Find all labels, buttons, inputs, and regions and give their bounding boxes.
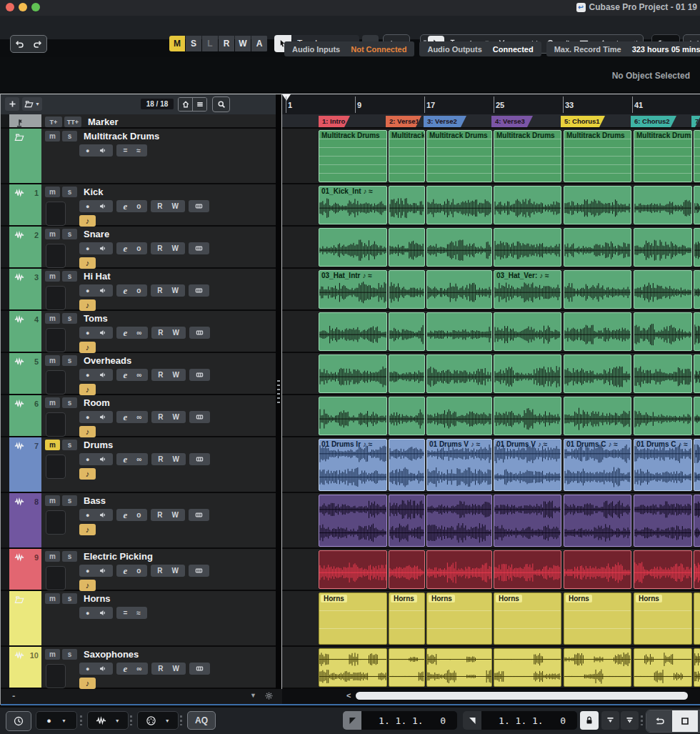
edit-channel-button[interactable]: e xyxy=(123,454,127,465)
track-drag-edge[interactable] xyxy=(1,184,9,225)
redo-icon[interactable] xyxy=(33,39,42,49)
punch-out-button[interactable] xyxy=(621,711,639,730)
audio-event[interactable] xyxy=(634,354,692,393)
audio-event[interactable] xyxy=(564,270,631,309)
record-enable-button[interactable]: ● xyxy=(86,329,89,337)
lanes-button[interactable] xyxy=(195,244,203,252)
edit-channel-button[interactable]: e xyxy=(123,285,127,297)
audio-event[interactable] xyxy=(694,228,700,267)
monitor-button[interactable] xyxy=(99,329,106,337)
track-drag-edge[interactable] xyxy=(1,395,9,436)
cycle-marker-1[interactable]: 1: Intro xyxy=(319,116,350,127)
audio-event[interactable] xyxy=(319,354,387,393)
timebase-button[interactable]: ♪ xyxy=(79,426,96,437)
monitor-button[interactable] xyxy=(99,665,106,673)
track-drag-edge[interactable] xyxy=(1,591,9,645)
left-locator-button[interactable] xyxy=(343,711,361,730)
track-color-strip[interactable]: 2 xyxy=(9,227,41,267)
record-enable-button[interactable]: ● xyxy=(86,512,89,519)
audio-event[interactable]: Multitrack Drums xyxy=(389,130,425,182)
mute-button[interactable]: m xyxy=(45,313,60,324)
mute-button[interactable]: m xyxy=(45,271,60,282)
audio-event[interactable] xyxy=(564,186,631,224)
left-locator-display[interactable]: 1. 1. 1. 0 xyxy=(361,711,457,730)
record-enable-button[interactable]: ● xyxy=(86,372,89,379)
insert-state-button[interactable]: ∞ xyxy=(136,371,141,379)
mute-button[interactable]: m xyxy=(45,649,60,660)
track-drag-edge[interactable] xyxy=(1,437,9,492)
mute-button[interactable]: m xyxy=(45,440,60,450)
audio-record-dropdown[interactable]: ▼ xyxy=(87,711,129,730)
audio-event[interactable] xyxy=(564,354,631,393)
record-enable-button[interactable]: ● xyxy=(86,610,89,617)
track-color-strip[interactable]: 9 xyxy=(9,549,41,590)
audio-event[interactable] xyxy=(494,312,561,351)
insert-state-button[interactable]: o xyxy=(136,511,141,519)
track-row-horns[interactable]: msHorns●=≈ xyxy=(1,591,276,647)
audio-event[interactable]: Multitrack Drums xyxy=(426,130,492,182)
solo-button[interactable]: s xyxy=(62,187,77,197)
audio-event[interactable] xyxy=(389,397,425,435)
audio-event[interactable] xyxy=(634,648,692,687)
solo-button[interactable]: s xyxy=(62,397,77,408)
mute-button[interactable]: m xyxy=(45,593,60,604)
audio-event[interactable] xyxy=(694,270,700,309)
track-drag-edge[interactable] xyxy=(1,227,9,267)
solo-button[interactable]: s xyxy=(62,440,77,450)
track-row-electric-picking[interactable]: 9msElectric Picking●eoRW♪ xyxy=(1,549,276,591)
audio-event[interactable] xyxy=(426,312,492,351)
undo-icon[interactable] xyxy=(15,39,24,49)
insert-state-button[interactable]: ∞ xyxy=(136,665,141,673)
audio-event[interactable] xyxy=(389,312,425,351)
track-drag-edge[interactable] xyxy=(1,129,9,183)
edit-channel-button[interactable]: e xyxy=(123,510,127,521)
track-color-strip[interactable]: 4 xyxy=(9,311,41,352)
audio-event[interactable]: Multitrack Drums xyxy=(319,130,387,182)
group-edit-button[interactable]: = xyxy=(123,147,127,154)
freeze-button[interactable]: ≈ xyxy=(136,609,141,617)
audio-event[interactable] xyxy=(694,648,700,687)
track-row-kick[interactable]: 1msKick●eoRW♪ xyxy=(1,184,276,227)
track-color-strip[interactable] xyxy=(9,129,41,183)
project-cursor-icon[interactable] xyxy=(282,94,291,101)
audio-event[interactable] xyxy=(426,186,492,224)
visibility-menu-button[interactable] xyxy=(192,98,206,111)
cycle-marker-7[interactable]: 7 xyxy=(691,116,700,127)
audio-event[interactable] xyxy=(694,397,700,435)
mute-button[interactable]: m xyxy=(45,397,60,408)
audio-event[interactable] xyxy=(389,550,425,589)
lanes-button[interactable] xyxy=(196,455,204,463)
audio-event[interactable] xyxy=(389,270,425,309)
write-automation-button[interactable]: W xyxy=(172,202,179,210)
audio-event[interactable]: Horns xyxy=(564,592,631,645)
edit-channel-button[interactable]: e xyxy=(123,663,127,675)
panel-divider[interactable] xyxy=(276,94,282,689)
write-automation-button[interactable]: W xyxy=(173,413,179,421)
solo-button[interactable]: s xyxy=(62,649,77,660)
locator-lock-button[interactable] xyxy=(580,711,599,730)
audio-event[interactable] xyxy=(426,354,492,393)
track-drag-edge[interactable] xyxy=(1,269,9,309)
monitor-button[interactable] xyxy=(99,244,106,252)
track-color-strip[interactable]: 3 xyxy=(9,269,41,309)
cycle-marker-4[interactable]: 4: Verse3 xyxy=(491,116,533,127)
track-drag-edge[interactable] xyxy=(1,549,9,590)
cycle-marker-5[interactable]: 5: Chorus1 xyxy=(561,116,605,127)
track-color-strip[interactable] xyxy=(9,591,41,645)
write-automation-button[interactable]: W xyxy=(173,665,179,673)
insert-state-button[interactable]: o xyxy=(136,567,141,575)
add-cycle-marker-button[interactable]: TT+ xyxy=(64,116,81,127)
audio-event[interactable]: Multitrack Drums xyxy=(494,130,561,182)
write-automation-button[interactable]: W xyxy=(173,371,179,379)
read-automation-button[interactable]: R xyxy=(158,329,163,337)
track-row-saxophones[interactable]: 10msSaxophones●e∞RW♪ xyxy=(1,647,276,689)
read-automation-button[interactable]: R xyxy=(158,413,163,421)
insert-state-button[interactable]: ∞ xyxy=(136,329,141,337)
minimize-traffic-light[interactable] xyxy=(19,3,27,11)
record-mode-dropdown[interactable]: ● ▼ xyxy=(36,711,77,730)
edit-channel-button[interactable]: e xyxy=(123,565,127,577)
audio-event[interactable] xyxy=(694,354,700,393)
timebase-button[interactable]: ♪ xyxy=(79,299,96,311)
lanes-button[interactable] xyxy=(195,287,203,294)
audio-event[interactable] xyxy=(494,397,561,435)
